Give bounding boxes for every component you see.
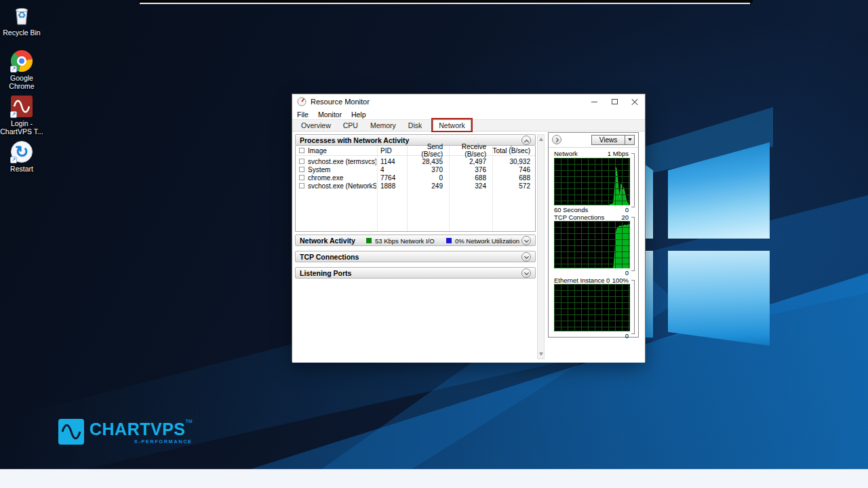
cell-total: 30,932 — [492, 158, 534, 165]
cell-total: 746 — [492, 166, 534, 174]
graphs-panel: Views Network 1 Mbps 60 Seconds 0 TCP Co… — [548, 132, 639, 338]
graph-grid — [554, 284, 630, 331]
row-checkbox[interactable] — [299, 175, 304, 180]
select-all-checkbox[interactable] — [299, 148, 304, 153]
shortcut-arrow-icon: ↗ — [10, 66, 17, 73]
graph-title: TCP Connections — [554, 214, 604, 221]
minimize-button[interactable] — [584, 94, 604, 109]
legend-util-label: 0% Network Utilization — [455, 237, 519, 245]
chartvps-logo-icon — [58, 419, 84, 445]
close-button[interactable] — [625, 94, 645, 109]
cell-pid: 7764 — [376, 174, 406, 182]
desktop-icon-login-chartvps[interactable]: ↗ Login - ChartVPS T... — [0, 95, 44, 136]
tab-network[interactable]: Network — [433, 119, 471, 131]
desktop-icon-label: Restart — [0, 165, 44, 173]
col-receive[interactable]: Receive (B/sec) — [448, 143, 492, 158]
top-strip-line — [140, 3, 750, 4]
chevron-down-icon — [524, 238, 528, 243]
row-checkbox[interactable] — [299, 183, 304, 188]
expand-button[interactable] — [521, 236, 531, 245]
views-dropdown[interactable]: Views — [591, 135, 635, 145]
row-checkbox[interactable] — [299, 159, 304, 164]
cell-send: 249 — [406, 182, 448, 190]
col-send[interactable]: Send (B/sec) — [406, 143, 448, 158]
shortcut-arrow-icon: ↗ — [10, 111, 17, 118]
col-pid[interactable]: PID — [376, 147, 406, 155]
expand-button[interactable] — [521, 252, 531, 262]
graph-grid — [554, 158, 630, 205]
chevron-down-icon — [524, 270, 528, 275]
ethernet-graph — [554, 284, 630, 331]
shortcut-arrow-icon: ↗ — [10, 157, 17, 163]
graph-max-label: 1 Mbps — [608, 150, 629, 157]
scroll-down-icon[interactable] — [539, 352, 543, 356]
table-row[interactable]: chrome.exe 7764 0 688 688 — [296, 174, 535, 182]
table-header-row[interactable]: Image PID Send (B/sec) Receive (B/sec) T… — [296, 146, 535, 156]
section-tcp-header[interactable]: TCP Connections — [295, 251, 536, 262]
window-titlebar[interactable]: Resource Monitor — [292, 94, 645, 109]
tab-memory[interactable]: Memory — [365, 120, 401, 131]
close-icon — [631, 98, 638, 105]
cell-receive: 2,497 — [448, 158, 492, 165]
restart-icon: ↻ ↗ — [10, 140, 33, 163]
scroll-up-icon[interactable] — [539, 138, 543, 141]
graph-title: Network — [554, 150, 578, 157]
cell-pid: 4 — [376, 166, 406, 174]
cell-image: svchost.exe (termsvcs) — [308, 158, 376, 165]
cell-receive: 376 — [448, 166, 492, 174]
desktop-icon-restart[interactable]: ↻ ↗ Restart — [0, 140, 44, 173]
section-network-activity-header[interactable]: Network Activity 53 Kbps Network I/O 0% … — [295, 235, 536, 246]
maximize-button[interactable] — [604, 94, 625, 109]
recycle-bin-icon: ♻ — [10, 4, 33, 27]
cell-receive: 324 — [448, 182, 492, 190]
tab-strip: Overview CPU Memory Disk Network — [292, 119, 645, 131]
graph-scale-bracket — [631, 153, 635, 207]
tagline-text: X-PERFORMANCE — [90, 439, 193, 445]
tab-disk[interactable]: Disk — [403, 120, 427, 131]
collapse-button[interactable] — [521, 136, 531, 145]
legend-io-label: 53 Kbps Network I/O — [375, 237, 435, 245]
section-title: TCP Connections — [300, 253, 359, 261]
maximize-icon — [612, 99, 618, 104]
chevron-down-icon — [524, 254, 528, 259]
tab-overview[interactable]: Overview — [296, 120, 336, 131]
section-ports-header[interactable]: Listening Ports — [295, 267, 536, 279]
chrome-icon: ↗ — [10, 49, 33, 73]
menu-help[interactable]: Help — [347, 110, 371, 119]
minimize-icon — [591, 102, 597, 102]
desktop-icon-label: Google Chrome — [0, 74, 44, 90]
resource-monitor-window: Resource Monitor File Monitor Help Overv… — [292, 94, 646, 362]
row-checkbox[interactable] — [299, 167, 304, 172]
panel-collapse-button[interactable] — [552, 135, 561, 144]
window-scrollbar[interactable] — [537, 134, 545, 359]
cell-receive: 688 — [448, 174, 492, 182]
table-row[interactable]: System 4 370 376 746 — [296, 165, 535, 174]
desktop-icon-recycle-bin[interactable]: ♻ Recycle Bin — [0, 4, 44, 37]
graph-scale-bracket — [631, 280, 635, 334]
cell-total: 688 — [492, 174, 534, 182]
col-total[interactable]: Total (B/sec) — [492, 147, 534, 155]
resource-monitor-icon — [297, 97, 307, 106]
legend-io-swatch — [366, 238, 372, 243]
cell-total: 572 — [492, 182, 534, 190]
section-title: Network Activity — [300, 237, 355, 245]
tab-cpu[interactable]: CPU — [338, 120, 363, 131]
desktop-icon-label: Recycle Bin — [0, 28, 44, 37]
chartvps-watermark: CHARTVPSTM X-PERFORMANCE — [58, 419, 193, 445]
graph-min-label: 0 — [625, 269, 629, 277]
taskbar: Search ENG US — [0, 469, 868, 488]
menu-monitor[interactable]: Monitor — [313, 110, 347, 119]
menu-file[interactable]: File — [292, 110, 313, 119]
graph-footer: 60 Seconds — [554, 206, 588, 214]
graph-min-label: 0 — [625, 332, 629, 340]
desktop-icon-google-chrome[interactable]: ↗ Google Chrome — [0, 49, 44, 90]
processes-table: Image PID Send (B/sec) Receive (B/sec) T… — [295, 146, 536, 232]
cell-image: chrome.exe — [308, 174, 376, 182]
trademark-text: TM — [186, 419, 193, 424]
window-content: Processes with Network Activity Image PI… — [292, 131, 645, 363]
expand-button[interactable] — [521, 268, 531, 278]
col-image[interactable]: Image — [308, 147, 376, 155]
table-row[interactable]: svchost.exe (NetworkService... 1888 249 … — [296, 182, 535, 190]
tcp-graph — [554, 221, 630, 268]
table-row[interactable]: svchost.exe (termsvcs) 1144 28,435 2,497… — [296, 157, 535, 165]
